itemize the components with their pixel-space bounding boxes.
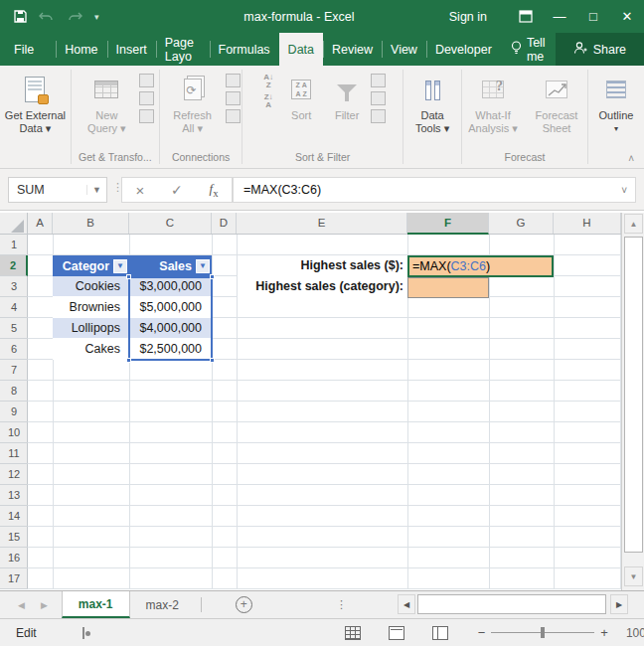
tab-view[interactable]: View [382, 33, 426, 66]
row-header-10[interactable]: 10 [0, 422, 28, 443]
data-tools-button[interactable]: Data Tools ▾ [403, 71, 461, 135]
refresh-all-button[interactable]: ⟳ Refresh All ▾ [162, 71, 224, 135]
row-header-15[interactable]: 15 [0, 527, 28, 548]
cell-f2-editing[interactable]: =MAX(C3:C6) [407, 255, 554, 277]
scroll-right-icon[interactable]: ▶ [610, 594, 628, 614]
cell-b5[interactable]: Lollipops [53, 318, 129, 339]
row-header-8[interactable]: 8 [0, 381, 28, 402]
qat-customize-icon[interactable]: ▾ [94, 12, 99, 22]
vertical-scrollbar[interactable]: ▲ ▼ [621, 213, 644, 590]
cell-c3[interactable]: $3,000,000 [129, 276, 212, 297]
row-header-6[interactable]: 6 [0, 339, 28, 360]
table-header-sales-cell[interactable]: Sales ▼ [129, 255, 212, 276]
scroll-down-icon[interactable]: ▼ [624, 566, 643, 586]
save-icon[interactable] [14, 10, 27, 23]
name-box[interactable]: SUM ▼ [8, 177, 107, 203]
cell-c6[interactable]: $2,500,000 [129, 339, 212, 360]
what-if-analysis-button[interactable]: ? What-If Analysis ▾ [462, 71, 524, 135]
recent-sources-icon[interactable] [139, 109, 154, 123]
row-header-9[interactable]: 9 [0, 402, 28, 422]
new-sheet-button[interactable]: + [236, 591, 252, 618]
cell-f3[interactable] [407, 277, 489, 298]
page-break-view-icon[interactable] [432, 626, 448, 640]
normal-view-icon[interactable] [345, 626, 361, 640]
row-header-11[interactable]: 11 [0, 443, 28, 464]
vertical-scroll-thumb[interactable] [624, 237, 643, 553]
outline-button[interactable]: Outline ▾ [588, 71, 644, 135]
column-header-h[interactable]: H [554, 213, 621, 234]
get-external-data-button[interactable]: Get External Data ▾ [4, 71, 66, 135]
cell-c5[interactable]: $4,000,000 [129, 318, 212, 339]
name-box-dropdown-icon[interactable]: ▼ [86, 185, 106, 195]
maximize-button[interactable]: □ [576, 0, 610, 33]
tab-review[interactable]: Review [323, 33, 382, 66]
cell-e3-label[interactable]: Highest sales (category): [238, 276, 407, 297]
horizontal-scroll-thumb[interactable] [417, 594, 606, 614]
sort-button[interactable]: Z AA Z Sort [279, 71, 323, 122]
collapse-ribbon-icon[interactable]: ˄ [628, 153, 634, 164]
column-header-f[interactable]: F [407, 213, 489, 235]
row-header-17[interactable]: 17 [0, 568, 28, 589]
tab-developer[interactable]: Developer [426, 33, 501, 66]
formula-input[interactable]: =MAX(C3:C6) ˅ [233, 177, 636, 203]
row-header-14[interactable]: 14 [0, 506, 28, 527]
zoom-out-icon[interactable]: − [472, 625, 492, 640]
column-header-b[interactable]: B [53, 213, 129, 234]
column-header-c[interactable]: C [129, 213, 212, 234]
scroll-left-icon[interactable]: ◀ [398, 594, 415, 614]
scroll-up-icon[interactable]: ▲ [624, 214, 643, 234]
next-sheet-icon[interactable]: ▶ [41, 600, 48, 610]
redo-icon[interactable] [67, 11, 82, 23]
table-header-category-cell[interactable]: Categor ▼ [53, 255, 129, 276]
filter-button[interactable]: Filter [325, 71, 369, 122]
tab-data[interactable]: Data [279, 33, 323, 66]
share-button[interactable]: Share [556, 33, 644, 66]
zoom-slider[interactable] [491, 632, 594, 633]
advanced-filter-icon[interactable] [371, 109, 386, 123]
tab-home[interactable]: Home [56, 33, 106, 66]
close-button[interactable]: ✕ [610, 0, 644, 33]
cell-b4[interactable]: Brownies [53, 297, 129, 318]
row-header-13[interactable]: 13 [0, 485, 28, 506]
tell-me-box[interactable]: Tell me [501, 33, 556, 66]
row-header-12[interactable]: 12 [0, 464, 28, 485]
column-header-g[interactable]: G [489, 213, 554, 234]
category-filter-dropdown-icon[interactable]: ▼ [113, 259, 127, 273]
column-header-d[interactable]: D [212, 213, 237, 234]
minimize-button[interactable]: — [543, 0, 576, 33]
page-layout-view-icon[interactable] [389, 626, 404, 640]
enter-formula-icon[interactable]: ✓ [171, 182, 183, 198]
new-query-button[interactable]: New Query ▾ [76, 71, 137, 135]
zoom-in-icon[interactable]: + [594, 625, 614, 640]
row-header-2[interactable]: 2 [0, 255, 28, 276]
show-queries-icon[interactable] [139, 74, 154, 87]
expand-formula-bar-icon[interactable]: ˅ [621, 185, 635, 196]
connections-icon[interactable] [226, 74, 241, 87]
zoom-slider-thumb[interactable] [541, 627, 545, 638]
sales-filter-dropdown-icon[interactable]: ▼ [196, 259, 210, 273]
prev-sheet-icon[interactable]: ◀ [18, 600, 25, 610]
sign-in-button[interactable]: Sign in [449, 10, 487, 24]
row-header-1[interactable]: 1 [0, 235, 28, 255]
sheet-tab-max-1[interactable]: max-1 [62, 591, 130, 618]
cancel-formula-icon[interactable]: × [135, 182, 144, 199]
row-header-7[interactable]: 7 [0, 360, 28, 381]
sheet-tab-max-2[interactable]: max-2 [130, 591, 195, 618]
horizontal-scrollbar[interactable]: ◀ ▶ [398, 594, 628, 614]
column-header-a[interactable]: A [28, 213, 53, 234]
column-header-e[interactable]: E [237, 213, 407, 234]
row-header-16[interactable]: 16 [0, 548, 28, 568]
row-header-3[interactable]: 3 [0, 276, 28, 297]
cell-b6[interactable]: Cakes [53, 339, 129, 360]
sort-ascending-icon[interactable]: A↓Z [259, 74, 277, 89]
ribbon-display-options-icon[interactable] [509, 0, 543, 33]
forecast-sheet-button[interactable]: Forecast Sheet [526, 71, 587, 135]
tab-insert[interactable]: Insert [107, 33, 156, 66]
from-table-icon[interactable] [139, 91, 154, 105]
record-macro-icon[interactable] [82, 627, 84, 639]
clear-filter-icon[interactable] [371, 74, 386, 87]
tab-bar-splitter[interactable]: ⋮ [336, 591, 347, 618]
edit-links-icon[interactable] [226, 109, 241, 123]
cell-c4[interactable]: $5,000,000 [129, 297, 212, 318]
reapply-filter-icon[interactable] [371, 91, 386, 105]
